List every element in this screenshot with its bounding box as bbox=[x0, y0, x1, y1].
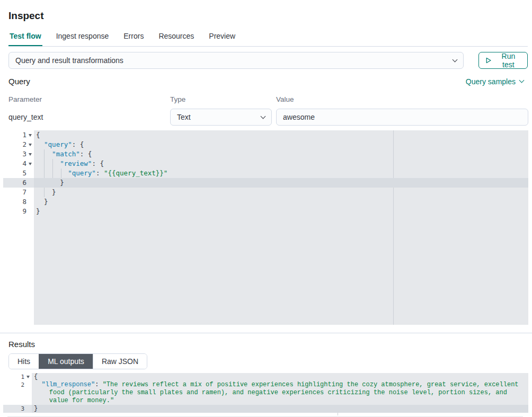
code-line[interactable]: 1{ bbox=[3, 373, 528, 381]
code-line-content: { bbox=[32, 373, 528, 381]
flow-select[interactable]: Query and result transformations bbox=[8, 52, 464, 69]
run-test-button[interactable]: Run test bbox=[478, 52, 528, 69]
results-view-button-group: HitsML outputsRaw JSON bbox=[8, 353, 147, 369]
toolbar: Query and result transformations Run tes… bbox=[8, 52, 524, 69]
tab-bar: Test flowIngest responseErrorsResourcesP… bbox=[8, 30, 528, 47]
line-gutter: 5 bbox=[3, 168, 34, 178]
results-view-raw-json-button[interactable]: Raw JSON bbox=[93, 354, 147, 369]
results-section-title: Results bbox=[8, 340, 524, 349]
results-editor[interactable]: 1{2 "llm_response": "The reviews reflect… bbox=[3, 373, 528, 417]
code-line[interactable]: 9} bbox=[3, 207, 528, 216]
line-gutter: 7 bbox=[3, 188, 34, 197]
tab-preview[interactable]: Preview bbox=[208, 30, 236, 46]
code-line[interactable]: 8 } bbox=[3, 197, 528, 207]
parameters-table: Parameter Type Value query_text Text bbox=[8, 95, 528, 126]
fold-arrow-icon[interactable] bbox=[26, 376, 30, 378]
code-line-content: } bbox=[34, 178, 528, 188]
line-number: 6 bbox=[22, 178, 26, 188]
column-header-value: Value bbox=[276, 95, 528, 109]
query-samples-link[interactable]: Query samples bbox=[466, 77, 524, 86]
code-line-content: "match": { bbox=[34, 149, 528, 159]
chevron-down-icon bbox=[519, 78, 525, 83]
fold-arrow-icon[interactable] bbox=[29, 153, 32, 156]
tab-test-flow[interactable]: Test flow bbox=[8, 30, 42, 46]
query-section-title: Query bbox=[8, 77, 30, 86]
fold-arrow-icon[interactable] bbox=[29, 163, 32, 165]
line-number: 3 bbox=[22, 149, 26, 159]
results-view-hits-button[interactable]: Hits bbox=[9, 354, 39, 369]
line-gutter: 1 bbox=[3, 373, 32, 381]
run-test-label: Run test bbox=[496, 52, 521, 69]
line-gutter: 2 bbox=[3, 140, 34, 149]
code-line[interactable]: 5 "query": "{{query_text}}" bbox=[3, 168, 528, 178]
code-line-content: } bbox=[34, 188, 528, 197]
line-number: 3 bbox=[21, 405, 24, 413]
line-number: 4 bbox=[22, 159, 26, 168]
tab-errors[interactable]: Errors bbox=[122, 30, 145, 46]
code-line[interactable]: 3 "match": { bbox=[3, 149, 528, 159]
code-line-content: } bbox=[32, 405, 528, 413]
line-number: 1 bbox=[21, 373, 24, 381]
line-gutter: 6 bbox=[3, 178, 34, 188]
code-line[interactable]: 7 } bbox=[3, 188, 528, 197]
code-line-content: } bbox=[34, 207, 528, 216]
code-line-content: { bbox=[34, 130, 528, 140]
inspect-panel: Inspect Test flowIngest responseErrorsRe… bbox=[0, 0, 532, 417]
line-number: 2 bbox=[22, 140, 26, 149]
line-gutter: 3 bbox=[3, 149, 34, 159]
parameter-name: query_text bbox=[8, 109, 166, 126]
chevron-down-icon bbox=[261, 113, 266, 119]
code-line-content: "llm_response": "The reviews reflect a m… bbox=[32, 381, 528, 405]
line-number: 8 bbox=[22, 197, 26, 207]
chevron-down-icon bbox=[453, 57, 458, 62]
line-gutter: 1 bbox=[3, 130, 34, 140]
line-gutter: 9 bbox=[3, 207, 34, 216]
line-gutter: 4 bbox=[3, 159, 34, 168]
query-samples-label: Query samples bbox=[466, 77, 516, 86]
fold-arrow-icon[interactable] bbox=[29, 134, 32, 137]
results-view-ml-outputs-button[interactable]: ML outputs bbox=[39, 354, 93, 369]
code-line-content: "review": { bbox=[34, 159, 528, 168]
section-divider bbox=[0, 333, 532, 333]
code-line[interactable]: 4 "review": { bbox=[3, 159, 528, 168]
code-line[interactable]: 2 "query": { bbox=[3, 140, 528, 149]
line-number: 7 bbox=[22, 188, 26, 197]
code-line[interactable]: 3} bbox=[3, 405, 528, 413]
line-gutter: 2 bbox=[3, 381, 32, 389]
code-line-content: "query": { bbox=[34, 140, 528, 149]
page-title: Inspect bbox=[8, 10, 524, 22]
line-gutter: 3 bbox=[3, 405, 32, 413]
code-line[interactable]: 1{ bbox=[3, 130, 528, 140]
tab-ingest-response[interactable]: Ingest response bbox=[55, 30, 110, 46]
line-gutter: 8 bbox=[3, 197, 34, 207]
code-line-content: } bbox=[34, 197, 528, 207]
param-value-input[interactable] bbox=[276, 109, 528, 126]
code-line-content: "query": "{{query_text}}" bbox=[34, 168, 528, 178]
line-number: 9 bbox=[22, 207, 26, 216]
fold-arrow-icon[interactable] bbox=[29, 144, 32, 146]
column-header-type: Type bbox=[170, 95, 272, 109]
param-type-value: Text bbox=[177, 113, 261, 121]
query-editor[interactable]: 1{2 "query": {3 "match": {4 "review": {5… bbox=[3, 130, 528, 325]
code-line[interactable]: 6 } bbox=[3, 178, 528, 188]
line-number: 2 bbox=[21, 381, 24, 389]
code-line[interactable]: 2 "llm_response": "The reviews reflect a… bbox=[3, 381, 528, 405]
flow-select-value: Query and result transformations bbox=[15, 56, 453, 65]
column-header-parameter: Parameter bbox=[8, 95, 166, 109]
line-number: 1 bbox=[22, 130, 26, 140]
tab-resources[interactable]: Resources bbox=[157, 30, 195, 46]
play-icon bbox=[485, 57, 492, 64]
param-type-select[interactable]: Text bbox=[170, 109, 272, 126]
line-number: 5 bbox=[22, 168, 26, 178]
